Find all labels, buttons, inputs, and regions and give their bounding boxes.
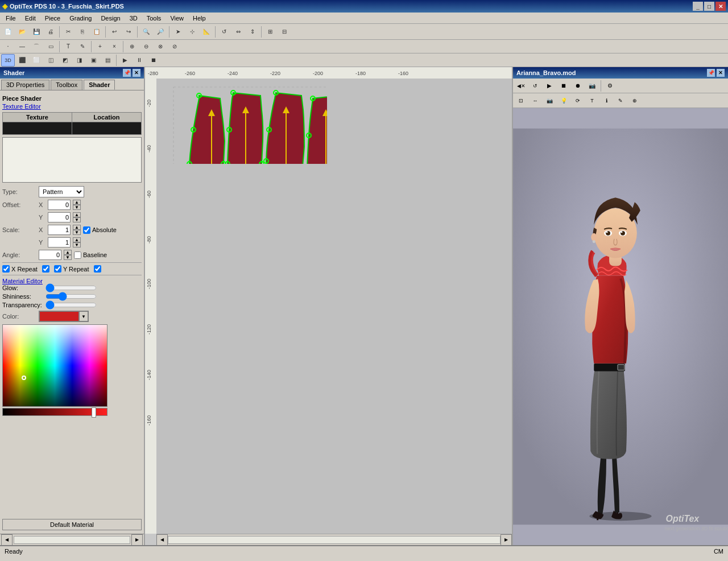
- offset-y-down[interactable]: ▼: [73, 217, 81, 222]
- tb-split[interactable]: ⊖: [139, 40, 153, 53]
- offset-x-down[interactable]: ▼: [73, 205, 81, 210]
- color-brightness-bar[interactable]: [2, 408, 107, 416]
- tb-3d-7[interactable]: ▣: [86, 54, 100, 67]
- tab-shader[interactable]: Shader: [84, 80, 115, 90]
- absolute-checkbox[interactable]: [83, 226, 90, 234]
- shader-close-button[interactable]: ✕: [133, 69, 140, 77]
- menu-3d[interactable]: 3D: [126, 14, 141, 23]
- model-btn-record[interactable]: ⏺: [571, 80, 585, 92]
- type-select[interactable]: Pattern: [39, 186, 84, 197]
- tb-3d-2[interactable]: ⬛: [15, 54, 29, 67]
- texture-row[interactable]: [3, 122, 142, 135]
- shininess-slider[interactable]: [46, 293, 97, 300]
- tab-toolbox[interactable]: Toolbox: [51, 80, 82, 90]
- model-btn-view2[interactable]: ↔: [528, 94, 542, 107]
- tb-print[interactable]: 🖨: [44, 26, 57, 38]
- model-btn-view1[interactable]: ⊡: [514, 94, 528, 107]
- x-repeat-checkbox[interactable]: [2, 265, 10, 273]
- panel-scroll-track[interactable]: [14, 536, 130, 544]
- y-repeat-checkbox[interactable]: [54, 265, 61, 273]
- x-repeat-checkbox-2[interactable]: [42, 265, 49, 273]
- texture-cell[interactable]: [3, 122, 72, 135]
- scale-y-spinner[interactable]: ▲ ▼: [73, 237, 81, 248]
- tb-3d-6[interactable]: ◨: [72, 54, 86, 67]
- tb-point[interactable]: ⬝: [1, 40, 15, 53]
- tb-line[interactable]: —: [15, 40, 29, 53]
- tb-sim-2[interactable]: ⏸: [133, 54, 146, 67]
- offset-y-spinner[interactable]: ▲ ▼: [73, 212, 81, 222]
- tb-sim-1[interactable]: ▶: [118, 54, 132, 67]
- scale-y-down[interactable]: ▼: [73, 242, 81, 248]
- angle-spinner[interactable]: ▲ ▼: [64, 250, 72, 260]
- location-cell[interactable]: [72, 122, 142, 135]
- model-pin-button[interactable]: 📌: [707, 69, 715, 77]
- close-button[interactable]: ✕: [715, 2, 726, 11]
- model-btn-camera[interactable]: 📷: [585, 80, 599, 92]
- menu-design[interactable]: Design: [97, 14, 123, 23]
- menu-piece[interactable]: Piece: [42, 14, 64, 23]
- tb-group[interactable]: ⊗: [154, 40, 167, 53]
- canvas-viewport[interactable]: [156, 79, 512, 534]
- tb-redo[interactable]: ↪: [122, 26, 135, 38]
- tb-copy[interactable]: ⎘: [76, 26, 89, 38]
- scale-x-down[interactable]: ▼: [73, 230, 81, 235]
- model-btn-stop[interactable]: ⏹: [557, 80, 570, 92]
- tb-join[interactable]: ⊕: [125, 40, 139, 53]
- tb-flip[interactable]: ⇔: [231, 26, 245, 38]
- scroll-right-button[interactable]: ▶: [500, 534, 512, 546]
- model-btn-view9[interactable]: ⊕: [628, 94, 642, 107]
- scale-x-up[interactable]: ▲: [73, 225, 81, 230]
- model-btn-settings[interactable]: ⚙: [603, 80, 617, 92]
- color-dropdown-button[interactable]: ▼: [79, 311, 88, 321]
- tb-zoom-in[interactable]: 🔍: [139, 26, 153, 38]
- tb-3d-3[interactable]: ⬜: [30, 54, 43, 67]
- titlebar-controls[interactable]: _ □ ✕: [693, 2, 726, 11]
- offset-y-input[interactable]: [48, 212, 71, 222]
- model-btn-back[interactable]: ◀✕: [514, 80, 528, 92]
- model-viewport[interactable]: OptiTex next generation 3D fit solutions: [513, 108, 728, 545]
- tb-zoom-out[interactable]: 🔎: [154, 26, 167, 38]
- color-swatch[interactable]: [39, 311, 79, 321]
- minimize-button[interactable]: _: [693, 2, 703, 11]
- tb-save[interactable]: 💾: [30, 26, 43, 38]
- model-close-button[interactable]: ✕: [717, 69, 725, 77]
- color-picker-gradient[interactable]: [2, 324, 107, 407]
- model-btn-view7[interactable]: ℹ: [599, 94, 613, 107]
- angle-input[interactable]: [39, 250, 61, 260]
- tb-rotate[interactable]: ↺: [217, 26, 231, 38]
- model-btn-reset[interactable]: ↺: [528, 80, 542, 92]
- scale-x-input[interactable]: [48, 225, 71, 235]
- glow-slider[interactable]: [46, 284, 97, 291]
- tb-undo[interactable]: ↩: [107, 26, 121, 38]
- offset-x-input[interactable]: [48, 200, 71, 210]
- piece-bodice-2[interactable]: [225, 90, 264, 164]
- offset-x-spinner[interactable]: ▲ ▼: [73, 200, 81, 210]
- model-btn-view5[interactable]: ⟳: [571, 94, 585, 107]
- tb-paste[interactable]: 📋: [90, 26, 104, 38]
- tb-cut[interactable]: ✂: [61, 26, 75, 38]
- piece-bodice-3[interactable]: [264, 90, 305, 164]
- model-btn-view8[interactable]: ✎: [614, 94, 627, 107]
- tb-arrow[interactable]: ➤: [171, 26, 185, 38]
- maximize-button[interactable]: □: [704, 2, 714, 11]
- tb-sim-3[interactable]: ⏹: [147, 54, 160, 67]
- scale-y-input[interactable]: [48, 237, 71, 248]
- default-material-button[interactable]: Default Material: [2, 519, 142, 530]
- menu-edit[interactable]: Edit: [22, 14, 39, 23]
- tb-add-point[interactable]: +: [93, 40, 107, 53]
- tb-3d-8[interactable]: ▤: [101, 54, 114, 67]
- tb-3d-4[interactable]: ◫: [44, 54, 57, 67]
- scale-y-up[interactable]: ▲: [73, 237, 81, 242]
- tb-open[interactable]: 📂: [15, 26, 29, 38]
- piece-bodice-1[interactable]: [187, 93, 226, 164]
- menu-view[interactable]: View: [167, 14, 187, 23]
- tb-shape[interactable]: ▭: [44, 40, 57, 53]
- tb-select[interactable]: ⊹: [185, 26, 199, 38]
- tb-grid[interactable]: ⊞: [263, 26, 277, 38]
- tb-snap[interactable]: ⊟: [278, 26, 291, 38]
- scale-x-spinner[interactable]: ▲ ▼: [73, 225, 81, 235]
- piece-bodice-4[interactable]: [305, 96, 327, 164]
- tb-curve[interactable]: ⌒: [30, 40, 43, 53]
- tb-3d-1[interactable]: 3D: [1, 54, 15, 67]
- panel-scroll-left[interactable]: ◀: [1, 534, 13, 546]
